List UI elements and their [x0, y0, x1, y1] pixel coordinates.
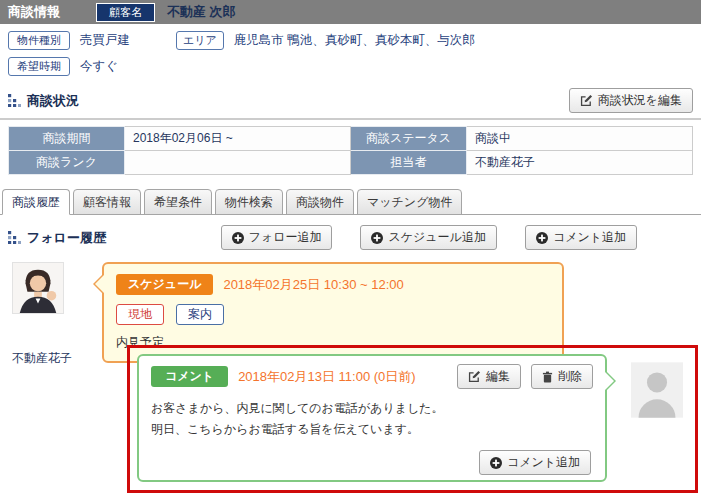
edit-comment-button-label: 編集	[486, 368, 510, 385]
plus-circle-icon	[232, 232, 244, 244]
follow-section-title: フォロー履歴	[27, 229, 106, 247]
table-row: 商談期間 2018年02月06日 ~ 商談ステータス 商談中	[9, 127, 693, 151]
comment-bubble: コメント 2018年02月13日 11:00 (0日前) 編集	[137, 354, 607, 482]
customer-label-badge: 顧客名	[96, 3, 155, 22]
trash-icon	[542, 371, 553, 383]
summary-row-1: 物件種別 売買戸建 エリア 鹿児島市 鴨池、真砂町、真砂本町、与次郎	[8, 31, 693, 50]
tab-negotiation-properties[interactable]: 商談物件	[286, 189, 354, 215]
delete-comment-button-label: 削除	[558, 368, 582, 385]
period-header: 商談期間	[9, 127, 125, 151]
plus-circle-icon	[490, 457, 502, 469]
comment-entry-highlight-box: コメント 2018年02月13日 11:00 (0日前) 編集	[127, 345, 698, 493]
page-header-bar: 商談情報 顧客名 不動産 次郎	[0, 0, 701, 24]
add-comment-button-inline[interactable]: コメント追加	[479, 450, 591, 475]
comment-body-text: お客さまから、内見に関してのお電話がありました。 明日、こちらからお電話する旨を…	[151, 398, 593, 440]
status-header: 商談ステータス	[351, 127, 467, 151]
property-type-value: 売買戸建	[80, 32, 130, 49]
comment-bubble-footer: コメント追加	[151, 450, 593, 475]
plus-circle-icon	[536, 232, 548, 244]
schedule-tags: 現地 案内	[116, 304, 550, 325]
table-row: 商談ランク 担当者 不動産花子	[9, 151, 693, 175]
edit-icon	[468, 370, 481, 383]
add-comment-button-top-label: コメント追加	[553, 229, 626, 246]
customer-name: 不動産 次郎	[167, 3, 236, 21]
schedule-badge: スケジュール	[116, 274, 213, 295]
staff-avatar	[12, 262, 64, 314]
edit-status-button[interactable]: 商談状況を編集	[569, 88, 693, 113]
schedule-bubble-header: スケジュール 2018年02月25日 10:30 ~ 12:00	[116, 274, 550, 295]
customer-avatar-placeholder	[631, 362, 683, 418]
blocks-chart-icon	[8, 94, 21, 107]
rank-header: 商談ランク	[9, 151, 125, 175]
comment-datetime: 2018年02月13日 11:00 (0日前)	[238, 368, 416, 386]
area-value: 鹿児島市 鴨池、真砂町、真砂本町、与次郎	[234, 32, 475, 49]
follow-actions: フォロー追加 スケジュール追加 コメント追加	[221, 225, 637, 250]
staff-value: 不動産花子	[467, 151, 693, 175]
schedule-datetime: 2018年02月25日 10:30 ~ 12:00	[223, 276, 403, 294]
staff-header: 担当者	[351, 151, 467, 175]
comment-bubble-header: コメント 2018年02月13日 11:00 (0日前) 編集	[151, 364, 593, 389]
delete-comment-button[interactable]: 削除	[531, 364, 593, 389]
schedule-author-name: 不動産花子	[12, 350, 90, 367]
status-table: 商談期間 2018年02月06日 ~ 商談ステータス 商談中 商談ランク 担当者…	[8, 126, 693, 175]
add-follow-button[interactable]: フォロー追加	[221, 225, 333, 250]
tab-negotiation-history[interactable]: 商談履歴	[2, 189, 70, 215]
status-section-title: 商談状況	[27, 92, 79, 110]
edit-status-button-label: 商談状況を編集	[598, 92, 682, 109]
add-follow-button-label: フォロー追加	[249, 229, 322, 246]
tab-matching-properties[interactable]: マッチング物件	[357, 189, 462, 215]
plus-circle-icon	[371, 232, 383, 244]
page-title: 商談情報	[8, 3, 96, 21]
add-comment-button-inline-label: コメント追加	[507, 454, 580, 471]
add-schedule-button-label: スケジュール追加	[388, 229, 485, 246]
summary-section: 物件種別 売買戸建 エリア 鹿児島市 鴨池、真砂町、真砂本町、与次郎 希望時期 …	[0, 24, 701, 76]
comment-body-line-2: 明日、こちらからお電話する旨を伝えています。	[151, 419, 593, 440]
onsite-tag: 現地	[116, 304, 164, 325]
period-value: 2018年02月06日 ~	[125, 127, 351, 151]
rank-value	[125, 151, 351, 175]
timing-label: 希望時期	[8, 57, 70, 76]
add-comment-button-top[interactable]: コメント追加	[525, 225, 637, 250]
guide-tag: 案内	[176, 304, 224, 325]
tab-bar: 商談履歴 顧客情報 希望条件 物件検索 商談物件 マッチング物件	[0, 191, 701, 215]
schedule-author: 不動産花子	[8, 262, 90, 367]
comment-body-line-1: お客さまから、内見に関してのお電話がありました。	[151, 398, 593, 419]
area-label: エリア	[176, 31, 224, 50]
timing-value: 今すぐ	[80, 58, 118, 75]
tab-desired-conditions[interactable]: 希望条件	[144, 189, 212, 215]
tab-property-search[interactable]: 物件検索	[215, 189, 283, 215]
follow-section-header: フォロー履歴 フォロー追加 スケジュール追加 コメント追加	[0, 215, 701, 256]
status-value: 商談中	[467, 127, 693, 151]
blocks-chart-icon	[8, 231, 21, 244]
summary-row-2: 希望時期 今すぐ	[8, 57, 693, 76]
tab-customer-info[interactable]: 顧客情報	[73, 189, 141, 215]
property-type-label: 物件種別	[8, 31, 70, 50]
edit-icon	[580, 94, 593, 107]
comment-badge: コメント	[151, 366, 228, 387]
status-section-header: 商談状況 商談状況を編集	[0, 83, 701, 120]
add-schedule-button[interactable]: スケジュール追加	[360, 225, 496, 250]
edit-comment-button[interactable]: 編集	[457, 364, 521, 389]
